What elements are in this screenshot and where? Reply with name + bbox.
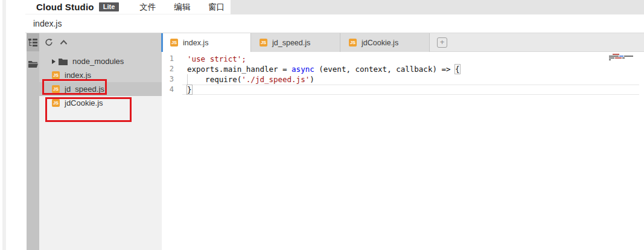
tab-index.js[interactable]: JSindex.js — [162, 33, 251, 52]
menu-item-窗口[interactable]: 窗口 — [208, 2, 225, 13]
tab-label: jd_speed.js — [272, 39, 310, 47]
file-label: node_modules — [72, 57, 124, 66]
open-folder-icon — [28, 60, 38, 68]
tab-list: JSindex.jsJSjd_speed.jsJSjdCookie.js — [162, 33, 430, 51]
code-line-1[interactable]: 1'use strict'; — [162, 54, 644, 64]
token-bracket: } — [187, 85, 192, 94]
app-window: Cloud Studio Lite 文件编辑窗口 index.js — [0, 0, 644, 250]
token-string: './jd_speed.js' — [241, 75, 310, 84]
menu-bar: Cloud Studio Lite 文件编辑窗口 — [25, 0, 644, 14]
line-content: 'use strict'; — [187, 54, 246, 64]
menu-items: 文件编辑窗口 — [119, 2, 225, 13]
line-number: 2 — [162, 64, 174, 74]
token-string: 'use strict'; — [187, 54, 246, 63]
code-line-3[interactable]: 3 require('./jd_speed.js') — [162, 74, 644, 85]
menu-bar-inner: Cloud Studio Lite 文件编辑窗口 — [25, 0, 231, 14]
annotation-box-jdcookie — [45, 97, 132, 122]
tree-outline-icon — [28, 38, 37, 46]
file-label: index.js — [65, 71, 91, 80]
tab-label: jdCookie.js — [362, 39, 398, 47]
page-left-strip — [2, 0, 6, 250]
line-content: exports.main_handler = async (event, con… — [187, 64, 460, 74]
expand-arrow-icon — [52, 59, 56, 64]
code-line-2[interactable]: 2exports.main_handler = async (event, co… — [162, 64, 644, 74]
breadcrumb-file-title: index.js — [33, 19, 62, 28]
token-bracket: { — [455, 65, 460, 74]
folder-icon — [59, 58, 68, 65]
line-number: 1 — [162, 54, 174, 64]
editor-column: JSindex.jsJSjd_speed.jsJSjdCookie.js + — [162, 33, 644, 250]
menu-item-编辑[interactable]: 编辑 — [174, 2, 190, 13]
app-logo: Cloud Studio — [36, 2, 94, 12]
token-plain: require( — [187, 75, 241, 84]
token-plain: ) — [310, 75, 314, 84]
token-keyword: async — [292, 65, 314, 74]
explorer-toolbar — [39, 33, 162, 51]
new-tab-button[interactable]: + — [437, 37, 447, 48]
tab-bar: JSindex.jsJSjd_speed.jsJSjdCookie.js + — [162, 33, 644, 52]
js-file-icon: JS — [52, 71, 60, 79]
breadcrumb: index.js — [25, 14, 644, 33]
menu-item-文件[interactable]: 文件 — [139, 2, 156, 13]
annotation-box-jd-speed — [42, 79, 107, 95]
file-explorer-panel: node_modulesJSindex.jsJSjd_speed.jsJSjdC… — [39, 33, 162, 250]
code-editor[interactable]: 1'use strict';2exports.main_handler = as… — [162, 52, 644, 250]
collapse-all-icon[interactable] — [60, 39, 68, 45]
refresh-icon[interactable] — [45, 38, 53, 46]
line-number: 4 — [162, 85, 174, 95]
lite-badge: Lite — [99, 2, 120, 11]
activity-bar — [27, 33, 39, 250]
js-file-icon: JS — [170, 39, 178, 46]
token-plain: (event, context, callback) => — [314, 65, 455, 74]
line-content: } — [187, 85, 192, 95]
explorer-view-button[interactable] — [27, 33, 39, 51]
file-row-node_modules[interactable]: node_modules — [39, 54, 162, 68]
line-number: 3 — [162, 74, 174, 85]
tab-label: index.js — [183, 39, 208, 47]
code-line-4[interactable]: 4} — [162, 85, 644, 95]
tab-jdCookie.js[interactable]: JSjdCookie.js — [340, 33, 430, 52]
js-file-icon: JS — [349, 39, 357, 46]
tab-jd_speed.js[interactable]: JSjd_speed.js — [251, 33, 340, 52]
folder-view-button[interactable] — [27, 56, 39, 72]
js-file-icon: JS — [260, 39, 267, 46]
token-plain: exports.main_handler = — [187, 65, 292, 74]
line-content: require('./jd_speed.js') — [187, 74, 314, 85]
